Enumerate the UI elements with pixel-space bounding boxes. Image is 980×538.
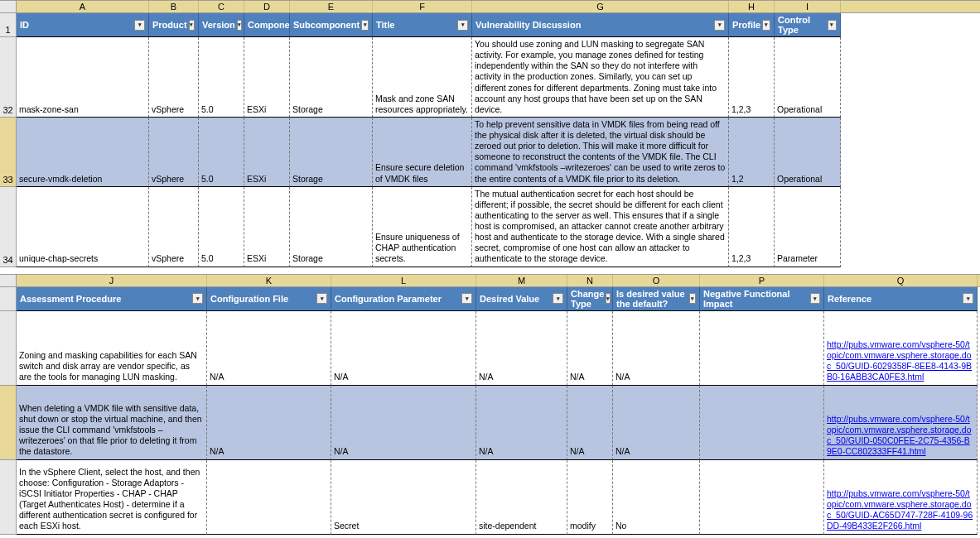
cell-L[interactable]: N/A [331,386,476,460]
filter-icon[interactable]: ▾ [828,20,837,31]
cell-P[interactable] [700,311,824,386]
cell-M[interactable]: N/A [476,311,567,386]
cell-O[interactable]: N/A [613,311,700,386]
row-head[interactable]: 32 [0,37,17,118]
th-product[interactable]: Product▾ [149,13,199,37]
filter-icon[interactable]: ▾ [553,293,563,304]
row-head[interactable] [0,386,17,460]
col-N[interactable]: N [567,275,613,286]
cell-I[interactable]: Parameter [775,187,841,267]
select-all-corner[interactable] [0,275,17,286]
cell-G[interactable]: To help prevent sensitive data in VMDK f… [472,118,729,187]
col-I[interactable]: I [775,1,841,12]
cell-N[interactable]: modify [567,460,613,535]
cell-E[interactable]: Storage [290,37,373,118]
th-assessment[interactable]: Assessment Procedure▾ [17,287,207,311]
select-all-corner[interactable] [0,1,17,12]
col-F[interactable]: F [373,1,472,12]
th-default[interactable]: Is desired value the default?▾ [613,287,700,311]
th-reference[interactable]: Reference▾ [824,287,978,311]
th-change-type[interactable]: Change Type▾ [567,287,613,311]
filter-icon[interactable]: ▾ [189,20,195,31]
reference-link[interactable]: http://pubs.vmware.com/vsphere-50/topic/… [827,414,974,458]
cell-M[interactable]: N/A [476,386,567,460]
cell-F[interactable]: Mask and zone SAN resources appropriatel… [373,37,472,118]
cell-D[interactable]: ESXi [244,187,290,267]
cell-A[interactable]: unique-chap-secrets [17,187,149,267]
th-vuln-discussion[interactable]: Vulnerability Discussion▾ [472,13,729,37]
filter-icon[interactable]: ▾ [316,293,327,304]
cell-K[interactable] [207,460,331,535]
col-J[interactable]: J [17,275,207,286]
cell-E[interactable]: Storage [290,187,373,267]
reference-link[interactable]: http://pubs.vmware.com/vsphere-50/topic/… [827,488,974,532]
cell-F[interactable]: Ensure uniqueness of CHAP authentication… [373,187,472,267]
row-head[interactable] [0,460,17,535]
col-P[interactable]: P [700,275,824,286]
col-A[interactable]: A [17,1,149,12]
cell-H[interactable]: 1,2 [729,118,775,187]
th-config-file[interactable]: Configuration File▾ [207,287,331,311]
th-control-type[interactable]: Control Type▾ [775,13,841,37]
cell-J[interactable]: When deleting a VMDK file with sensitive… [17,386,207,460]
filter-icon[interactable]: ▾ [237,20,242,31]
th-profile[interactable]: Profile▾ [729,13,775,37]
cell-A[interactable]: secure-vmdk-deletion [17,118,149,187]
row-head-blank[interactable] [0,287,17,311]
filter-icon[interactable]: ▾ [192,293,203,304]
cell-L[interactable]: Secret [331,460,476,535]
cell-B[interactable]: vSphere [149,187,199,267]
cell-I[interactable]: Operational [775,118,841,187]
col-D[interactable]: D [244,1,290,12]
col-K[interactable]: K [207,275,331,286]
filter-icon[interactable]: ▾ [810,293,820,304]
row-head-1[interactable]: 1 [0,13,17,37]
th-desired-value[interactable]: Desired Value▾ [476,287,567,311]
th-id[interactable]: ID▾ [17,13,149,37]
cell-H[interactable]: 1,2,3 [729,37,775,118]
col-H[interactable]: H [729,1,775,12]
reference-link[interactable]: http://pubs.vmware.com/vsphere-50/topic/… [827,339,974,383]
col-O[interactable]: O [613,275,700,286]
cell-P[interactable] [700,460,824,535]
cell-Q[interactable]: http://pubs.vmware.com/vsphere-50/topic/… [824,311,978,386]
cell-B[interactable]: vSphere [149,37,199,118]
filter-icon[interactable]: ▾ [606,293,611,304]
cell-P[interactable] [700,386,824,460]
cell-D[interactable]: ESXi [244,118,290,187]
cell-C[interactable]: 5.0 [199,118,244,187]
col-B[interactable]: B [149,1,199,12]
cell-F[interactable]: Ensure secure deletion of VMDK files [373,118,472,187]
th-version[interactable]: Version▾ [199,13,244,37]
col-L[interactable]: L [331,275,476,286]
th-title[interactable]: Title▾ [373,13,472,37]
cell-C[interactable]: 5.0 [199,37,244,118]
filter-icon[interactable]: ▾ [762,20,770,31]
cell-N[interactable]: N/A [567,311,613,386]
cell-J[interactable]: Zoning and masking capabilities for each… [17,311,207,386]
col-E[interactable]: E [290,1,373,12]
row-head[interactable]: 33 [0,118,17,187]
cell-L[interactable]: N/A [331,311,476,386]
filter-icon[interactable]: ▾ [461,293,472,304]
cell-J[interactable]: In the vSphere Client, select the host, … [17,460,207,535]
filter-icon[interactable]: ▾ [963,293,973,304]
cell-C[interactable]: 5.0 [199,187,244,267]
col-C[interactable]: C [199,1,244,12]
cell-I[interactable]: Operational [775,37,841,118]
cell-Q[interactable]: http://pubs.vmware.com/vsphere-50/topic/… [824,386,978,460]
cell-G[interactable]: You should use zoning and LUN masking to… [472,37,729,118]
filter-icon[interactable]: ▾ [714,20,725,31]
cell-M[interactable]: site-dependent [476,460,567,535]
cell-O[interactable]: N/A [613,386,700,460]
filter-icon[interactable]: ▾ [457,20,468,31]
cell-D[interactable]: ESXi [244,37,290,118]
cell-O[interactable]: No [613,460,700,535]
row-head[interactable]: 34 [0,187,17,267]
cell-N[interactable]: N/A [567,386,613,460]
col-M[interactable]: M [476,275,567,286]
cell-K[interactable]: N/A [207,311,331,386]
col-Q[interactable]: Q [824,275,978,286]
cell-A[interactable]: mask-zone-san [17,37,149,118]
cell-B[interactable]: vSphere [149,118,199,187]
